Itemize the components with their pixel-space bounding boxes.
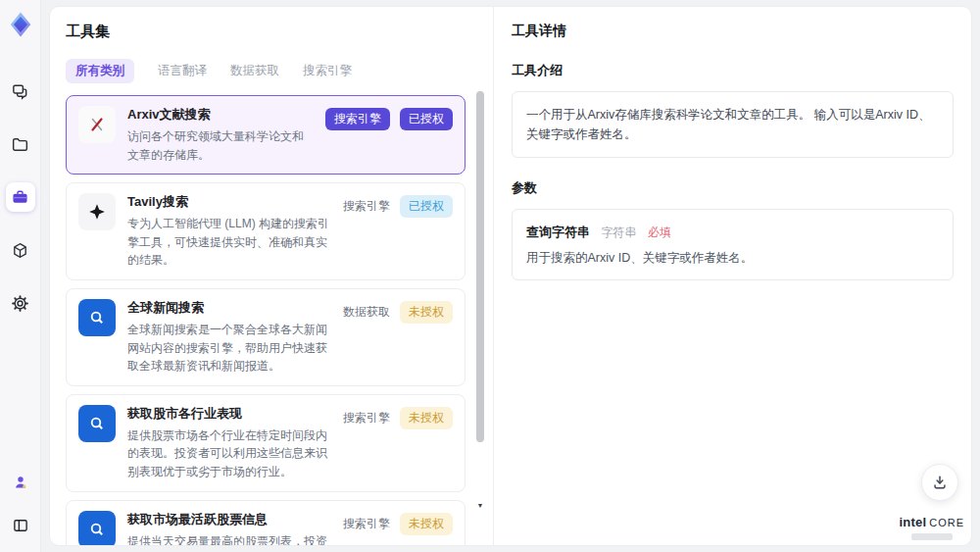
tool-name: 获取股市各行业表现 bbox=[127, 405, 331, 423]
auth-status-badge: 未授权 bbox=[400, 513, 453, 535]
tool-list-pane: 工具集 所有类别 语言翻译 数据获取 搜索引擎 A bbox=[50, 7, 494, 545]
intro-heading: 工具介绍 bbox=[512, 62, 954, 79]
tool-description: 提供当天交易量最高的股票列表，投资者可以利用这些信息来识别流动性强的股票和潜在的… bbox=[127, 532, 331, 546]
tavily-logo-icon bbox=[78, 193, 116, 230]
category-badge: 搜索引擎 bbox=[343, 195, 390, 218]
user-avatar-button[interactable] bbox=[6, 468, 35, 497]
intel-core-logo: intelCORE bbox=[899, 513, 964, 540]
auth-status-badge: 已授权 bbox=[400, 108, 453, 130]
category-badge: 搜索引擎 bbox=[343, 407, 390, 429]
tool-name: 获取市场最活跃股票信息 bbox=[127, 511, 331, 528]
brand-subtext-bar bbox=[911, 533, 953, 540]
arxiv-logo-icon bbox=[78, 106, 116, 143]
sidebar-item-chat[interactable] bbox=[6, 76, 35, 106]
chat-icon bbox=[11, 82, 29, 101]
sidebar-item-tools[interactable] bbox=[6, 182, 35, 212]
tab-search-engine[interactable]: 搜索引擎 bbox=[303, 59, 352, 83]
sidebar-item-files[interactable] bbox=[6, 129, 35, 159]
tool-description: 访问各个研究领域大量科学论文和文章的存储库。 bbox=[127, 127, 314, 164]
detail-title: 工具详情 bbox=[512, 23, 954, 40]
tool-badges: 搜索引擎 未授权 bbox=[343, 407, 453, 481]
category-badge: 搜索引擎 bbox=[325, 108, 390, 130]
parameter-header: 查询字符串 字符串 必填 bbox=[526, 223, 939, 241]
auth-status-badge: 已授权 bbox=[400, 195, 453, 218]
app-logo bbox=[6, 10, 35, 39]
tool-card-arxiv[interactable]: Arxiv文献搜索 访问各个研究领域大量科学论文和文章的存储库。 搜索引擎 已授… bbox=[66, 95, 466, 175]
folder-icon bbox=[11, 135, 29, 154]
tool-name: Arxiv文献搜索 bbox=[127, 106, 314, 124]
scrollbar-down-arrow[interactable]: ▼ bbox=[476, 502, 484, 510]
parameter-name: 查询字符串 bbox=[526, 225, 590, 239]
parameter-card: 查询字符串 字符串 必填 用于搜索的Arxiv ID、关键字或作者姓名。 bbox=[512, 209, 954, 280]
auth-status-badge: 未授权 bbox=[400, 407, 453, 429]
tool-description: 全球新闻搜索是一个聚合全球各大新闻网站内容的搜索引擎，帮助用户快速获取全球最新资… bbox=[127, 321, 331, 376]
panel-toggle-icon bbox=[12, 517, 29, 534]
intel-wordmark: intel bbox=[899, 515, 926, 529]
tool-card-body: 全球新闻搜索 全球新闻搜索是一个聚合全球各大新闻网站内容的搜索引擎，帮助用户快速… bbox=[127, 299, 331, 376]
tool-detail-pane: 工具详情 工具介绍 一个用于从Arxiv存储库搜索科学论文和文章的工具。 输入可… bbox=[494, 7, 971, 545]
tool-description: 提供股票市场各个行业在特定时间段内的表现。投资者可以利用这些信息来识别表现优于或… bbox=[127, 427, 331, 481]
briefcase-icon bbox=[11, 188, 29, 207]
tool-intro-box: 一个用于从Arxiv存储库搜索科学论文和文章的工具。 输入可以是Arxiv ID… bbox=[512, 91, 954, 158]
core-wordmark: CORE bbox=[929, 517, 964, 528]
auth-status-badge: 未授权 bbox=[400, 301, 453, 324]
gear-icon bbox=[11, 294, 29, 313]
diamond-logo-icon bbox=[7, 11, 34, 38]
category-badge: 搜索引擎 bbox=[343, 513, 390, 535]
user-icon bbox=[12, 474, 29, 491]
parameter-description: 用于搜索的Arxiv ID、关键字或作者姓名。 bbox=[526, 250, 939, 267]
sidebar-item-models[interactable] bbox=[6, 235, 35, 265]
rail-bottom bbox=[6, 468, 35, 540]
tool-card-body: Tavily搜索 专为人工智能代理 (LLM) 构建的搜索引擎工具，可快速提供实… bbox=[127, 193, 331, 270]
tab-data-acquisition[interactable]: 数据获取 bbox=[230, 59, 279, 83]
app-window: 工具集 所有类别 语言翻译 数据获取 搜索引擎 A bbox=[0, 0, 980, 552]
tool-name: 全球新闻搜索 bbox=[127, 299, 331, 317]
tool-card-tavily[interactable]: Tavily搜索 专为人工智能代理 (LLM) 构建的搜索引擎工具，可快速提供实… bbox=[66, 182, 466, 280]
page-title: 工具集 bbox=[66, 23, 493, 41]
left-rail bbox=[0, 0, 41, 552]
tool-card-global-news[interactable]: 全球新闻搜索 全球新闻搜索是一个聚合全球各大新闻网站内容的搜索引擎，帮助用户快速… bbox=[66, 288, 466, 386]
rail-nav bbox=[6, 76, 35, 318]
scrollbar-thumb[interactable] bbox=[476, 91, 484, 442]
tool-card-body: 获取市场最活跃股票信息 提供当天交易量最高的股票列表，投资者可以利用这些信息来识… bbox=[127, 511, 331, 546]
category-tabs: 所有类别 语言翻译 数据获取 搜索引擎 bbox=[66, 59, 493, 83]
tab-language-translation[interactable]: 语言翻译 bbox=[158, 59, 207, 83]
tool-description: 专为人工智能代理 (LLM) 构建的搜索引擎工具，可快速提供实时、准确和真实的结… bbox=[127, 215, 331, 270]
download-button[interactable] bbox=[921, 464, 958, 501]
tool-card-body: 获取股市各行业表现 提供股票市场各个行业在特定时间段内的表现。投资者可以利用这些… bbox=[127, 405, 331, 481]
tool-badges: 搜索引擎 未授权 bbox=[343, 513, 453, 546]
tool-card-stock-sectors[interactable]: 获取股市各行业表现 提供股票市场各个行业在特定时间段内的表现。投资者可以利用这些… bbox=[66, 394, 466, 492]
parameter-required-flag: 必填 bbox=[648, 226, 671, 239]
tool-card-list: Arxiv文献搜索 访问各个研究领域大量科学论文和文章的存储库。 搜索引擎 已授… bbox=[66, 95, 466, 546]
category-badge: 数据获取 bbox=[343, 301, 390, 324]
news-search-icon bbox=[78, 299, 116, 336]
tool-badges: 数据获取 未授权 bbox=[343, 301, 453, 376]
params-heading: 参数 bbox=[512, 179, 954, 197]
tool-badges: 搜索引擎 已授权 bbox=[343, 195, 453, 270]
tab-all-categories[interactable]: 所有类别 bbox=[66, 59, 134, 83]
tool-name: Tavily搜索 bbox=[127, 193, 331, 211]
parameter-type: 字符串 bbox=[601, 226, 636, 239]
sidebar-item-settings[interactable] bbox=[6, 288, 35, 318]
tool-badges: 搜索引擎 已授权 bbox=[325, 108, 453, 164]
list-scrollbar[interactable]: ▼ bbox=[476, 85, 484, 535]
main-panel: 工具集 所有类别 语言翻译 数据获取 搜索引擎 A bbox=[49, 6, 972, 546]
download-icon bbox=[931, 474, 949, 491]
tool-card-body: Arxiv文献搜索 访问各个研究领域大量科学论文和文章的存储库。 bbox=[127, 106, 314, 164]
tool-card-active-stocks[interactable]: 获取市场最活跃股票信息 提供当天交易量最高的股票列表，投资者可以利用这些信息来识… bbox=[66, 500, 466, 546]
stock-sector-icon bbox=[78, 405, 116, 442]
panel-toggle-button[interactable] bbox=[6, 511, 35, 540]
cube-icon bbox=[11, 241, 29, 260]
stock-active-icon bbox=[78, 511, 116, 546]
